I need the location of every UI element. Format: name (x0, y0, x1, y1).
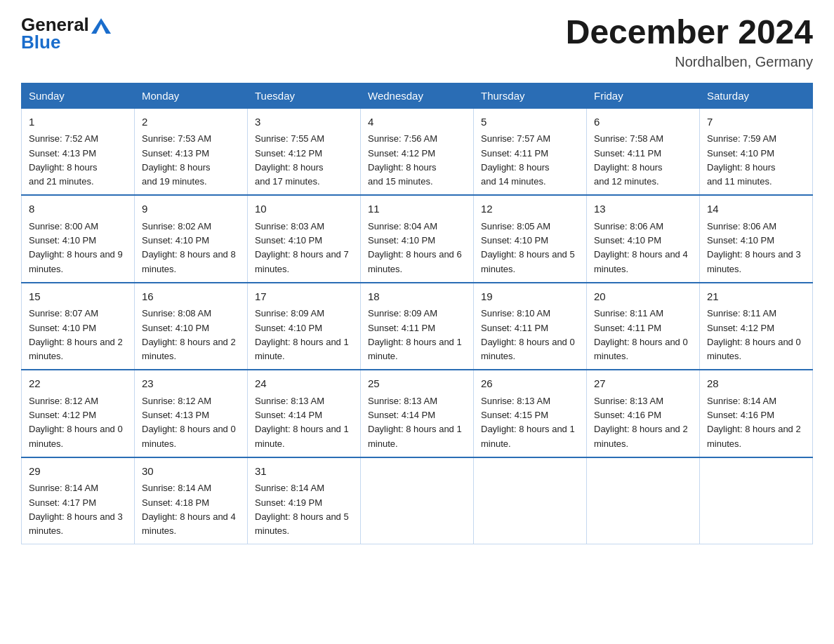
day-info: Sunrise: 7:59 AMSunset: 4:10 PMDaylight:… (707, 133, 776, 187)
logo-blue-text: Blue (21, 32, 60, 53)
day-info: Sunrise: 8:02 AMSunset: 4:10 PMDaylight:… (142, 221, 236, 274)
table-row (700, 457, 813, 544)
table-row: 20Sunrise: 8:11 AMSunset: 4:11 PMDayligh… (587, 283, 700, 370)
day-number: 30 (142, 464, 240, 480)
day-number: 28 (707, 376, 805, 392)
day-number: 24 (255, 376, 353, 392)
day-info: Sunrise: 7:56 AMSunset: 4:12 PMDaylight:… (368, 133, 437, 187)
col-friday: Friday (587, 83, 700, 108)
calendar-header-row: Sunday Monday Tuesday Wednesday Thursday… (22, 83, 813, 108)
col-sunday: Sunday (22, 83, 135, 108)
title-block: December 2024 Nordhalben, Germany (566, 14, 813, 70)
calendar-week-row: 1Sunrise: 7:52 AMSunset: 4:13 PMDaylight… (22, 108, 813, 195)
day-info: Sunrise: 8:14 AMSunset: 4:16 PMDaylight:… (707, 396, 801, 449)
table-row: 15Sunrise: 8:07 AMSunset: 4:10 PMDayligh… (22, 283, 135, 370)
table-row: 30Sunrise: 8:14 AMSunset: 4:18 PMDayligh… (135, 457, 248, 544)
day-info: Sunrise: 8:10 AMSunset: 4:11 PMDaylight:… (481, 308, 575, 361)
day-info: Sunrise: 8:11 AMSunset: 4:12 PMDaylight:… (707, 308, 801, 361)
day-number: 15 (29, 289, 127, 305)
table-row: 22Sunrise: 8:12 AMSunset: 4:12 PMDayligh… (22, 370, 135, 457)
table-row (587, 457, 700, 544)
day-info: Sunrise: 8:11 AMSunset: 4:11 PMDaylight:… (594, 308, 688, 361)
day-number: 25 (368, 376, 466, 392)
table-row: 11Sunrise: 8:04 AMSunset: 4:10 PMDayligh… (361, 195, 474, 283)
day-info: Sunrise: 8:12 AMSunset: 4:13 PMDaylight:… (142, 396, 236, 449)
table-row: 8Sunrise: 8:00 AMSunset: 4:10 PMDaylight… (22, 195, 135, 283)
table-row: 29Sunrise: 8:14 AMSunset: 4:17 PMDayligh… (22, 457, 135, 544)
day-info: Sunrise: 8:14 AMSunset: 4:18 PMDaylight:… (142, 483, 236, 536)
table-row: 28Sunrise: 8:14 AMSunset: 4:16 PMDayligh… (700, 370, 813, 457)
day-info: Sunrise: 8:03 AMSunset: 4:10 PMDaylight:… (255, 221, 349, 274)
table-row: 10Sunrise: 8:03 AMSunset: 4:10 PMDayligh… (248, 195, 361, 283)
day-number: 18 (368, 289, 466, 305)
table-row: 13Sunrise: 8:06 AMSunset: 4:10 PMDayligh… (587, 195, 700, 283)
day-number: 19 (481, 289, 579, 305)
day-number: 31 (255, 464, 353, 480)
day-number: 6 (594, 114, 692, 130)
day-info: Sunrise: 8:07 AMSunset: 4:10 PMDaylight:… (29, 308, 123, 361)
calendar-location: Nordhalben, Germany (566, 54, 813, 70)
day-number: 1 (29, 114, 127, 130)
day-info: Sunrise: 8:06 AMSunset: 4:10 PMDaylight:… (707, 221, 801, 274)
day-info: Sunrise: 8:13 AMSunset: 4:16 PMDaylight:… (594, 396, 688, 449)
calendar-week-row: 15Sunrise: 8:07 AMSunset: 4:10 PMDayligh… (22, 283, 813, 370)
day-number: 4 (368, 114, 466, 130)
day-number: 7 (707, 114, 805, 130)
calendar-table: Sunday Monday Tuesday Wednesday Thursday… (21, 83, 813, 545)
table-row: 23Sunrise: 8:12 AMSunset: 4:13 PMDayligh… (135, 370, 248, 457)
table-row: 9Sunrise: 8:02 AMSunset: 4:10 PMDaylight… (135, 195, 248, 283)
table-row: 5Sunrise: 7:57 AMSunset: 4:11 PMDaylight… (474, 108, 587, 195)
table-row (474, 457, 587, 544)
table-row: 21Sunrise: 8:11 AMSunset: 4:12 PMDayligh… (700, 283, 813, 370)
day-info: Sunrise: 7:57 AMSunset: 4:11 PMDaylight:… (481, 133, 550, 187)
table-row: 2Sunrise: 7:53 AMSunset: 4:13 PMDaylight… (135, 108, 248, 195)
table-row: 17Sunrise: 8:09 AMSunset: 4:10 PMDayligh… (248, 283, 361, 370)
day-info: Sunrise: 8:05 AMSunset: 4:10 PMDaylight:… (481, 221, 575, 274)
day-info: Sunrise: 8:12 AMSunset: 4:12 PMDaylight:… (29, 396, 123, 449)
col-saturday: Saturday (700, 83, 813, 108)
day-info: Sunrise: 8:14 AMSunset: 4:19 PMDaylight:… (255, 483, 349, 536)
table-row: 18Sunrise: 8:09 AMSunset: 4:11 PMDayligh… (361, 283, 474, 370)
day-info: Sunrise: 7:53 AMSunset: 4:13 PMDaylight:… (142, 133, 211, 187)
table-row: 1Sunrise: 7:52 AMSunset: 4:13 PMDaylight… (22, 108, 135, 195)
day-number: 20 (594, 289, 692, 305)
day-info: Sunrise: 8:09 AMSunset: 4:11 PMDaylight:… (368, 308, 462, 361)
table-row: 25Sunrise: 8:13 AMSunset: 4:14 PMDayligh… (361, 370, 474, 457)
day-number: 17 (255, 289, 353, 305)
logo-triangle-icon (91, 18, 111, 34)
col-thursday: Thursday (474, 83, 587, 108)
table-row: 31Sunrise: 8:14 AMSunset: 4:19 PMDayligh… (248, 457, 361, 544)
day-number: 13 (594, 201, 692, 217)
table-row: 7Sunrise: 7:59 AMSunset: 4:10 PMDaylight… (700, 108, 813, 195)
table-row: 24Sunrise: 8:13 AMSunset: 4:14 PMDayligh… (248, 370, 361, 457)
day-number: 23 (142, 376, 240, 392)
day-info: Sunrise: 8:13 AMSunset: 4:15 PMDaylight:… (481, 396, 575, 449)
day-number: 26 (481, 376, 579, 392)
day-info: Sunrise: 8:04 AMSunset: 4:10 PMDaylight:… (368, 221, 462, 274)
table-row: 19Sunrise: 8:10 AMSunset: 4:11 PMDayligh… (474, 283, 587, 370)
day-number: 11 (368, 201, 466, 217)
table-row: 14Sunrise: 8:06 AMSunset: 4:10 PMDayligh… (700, 195, 813, 283)
table-row: 4Sunrise: 7:56 AMSunset: 4:12 PMDaylight… (361, 108, 474, 195)
day-number: 27 (594, 376, 692, 392)
day-info: Sunrise: 8:09 AMSunset: 4:10 PMDaylight:… (255, 308, 349, 361)
day-number: 5 (481, 114, 579, 130)
day-info: Sunrise: 7:58 AMSunset: 4:11 PMDaylight:… (594, 133, 663, 187)
day-number: 29 (29, 464, 127, 480)
day-info: Sunrise: 8:13 AMSunset: 4:14 PMDaylight:… (255, 396, 349, 449)
day-info: Sunrise: 8:00 AMSunset: 4:10 PMDaylight:… (29, 221, 123, 274)
table-row: 3Sunrise: 7:55 AMSunset: 4:12 PMDaylight… (248, 108, 361, 195)
day-number: 9 (142, 201, 240, 217)
day-info: Sunrise: 8:08 AMSunset: 4:10 PMDaylight:… (142, 308, 236, 361)
col-monday: Monday (135, 83, 248, 108)
calendar-title: December 2024 (566, 14, 813, 51)
col-tuesday: Tuesday (248, 83, 361, 108)
day-info: Sunrise: 8:13 AMSunset: 4:14 PMDaylight:… (368, 396, 462, 449)
day-number: 8 (29, 201, 127, 217)
calendar-week-row: 8Sunrise: 8:00 AMSunset: 4:10 PMDaylight… (22, 195, 813, 283)
table-row: 26Sunrise: 8:13 AMSunset: 4:15 PMDayligh… (474, 370, 587, 457)
day-number: 3 (255, 114, 353, 130)
table-row: 27Sunrise: 8:13 AMSunset: 4:16 PMDayligh… (587, 370, 700, 457)
table-row: 12Sunrise: 8:05 AMSunset: 4:10 PMDayligh… (474, 195, 587, 283)
day-number: 21 (707, 289, 805, 305)
